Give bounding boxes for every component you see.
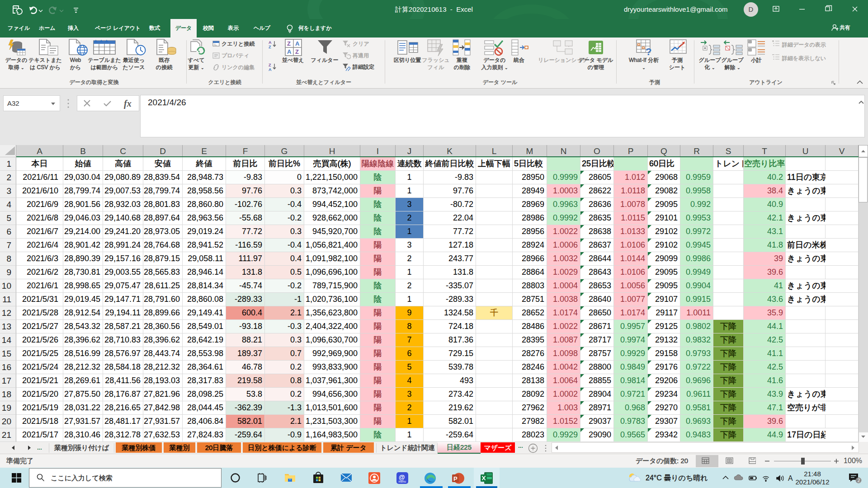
svg-text:...: ... [37,445,42,451]
svg-text:?: ? [646,46,651,57]
svg-text:P: P [453,475,458,482]
svg-text:fx: fx [124,99,132,109]
svg-text:menu: menu [399,480,406,483]
svg-text:A: A [295,40,300,47]
svg-text:2: 2 [858,478,860,483]
svg-text:Z: Z [295,48,299,55]
